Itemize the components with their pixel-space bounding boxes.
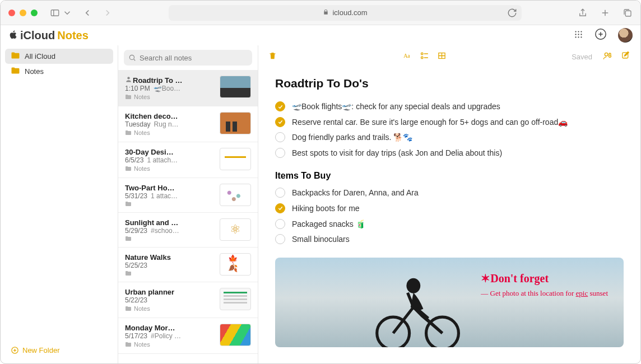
- table-button[interactable]: [437, 51, 447, 63]
- folder-all-icloud[interactable]: All iCloud: [5, 49, 113, 64]
- svg-point-24: [421, 53, 423, 55]
- note-title: Sunlight and …: [125, 218, 178, 227]
- address-bar[interactable]: icloud.com: [169, 5, 522, 21]
- svg-text:Aa: Aa: [403, 53, 410, 59]
- checklist-text: Dog friendly parks and trails. 🐕🐾: [292, 132, 412, 143]
- checkbox-unchecked[interactable]: [275, 148, 285, 158]
- svg-point-7: [580, 31, 582, 32]
- folder-notes[interactable]: Notes: [5, 64, 113, 79]
- note-toolbar: Aa Saved: [258, 45, 640, 68]
- note-row[interactable]: Two-Part Ho…5/31/231 attac…: [118, 178, 258, 213]
- lock-icon: [323, 8, 329, 17]
- tabs-overview-icon[interactable]: [623, 8, 633, 18]
- checklist-item[interactable]: Dog friendly parks and trails. 🐕🐾: [275, 132, 624, 143]
- note-row[interactable]: Roadtrip To …1:10 PM🛫Boo…Notes: [118, 70, 258, 106]
- svg-point-6: [578, 31, 579, 32]
- app-launcher-icon[interactable]: [574, 29, 583, 42]
- checklist-item[interactable]: Small binoculars: [275, 234, 624, 245]
- checklist-items-to-buy: Backpacks for Daren, Anna, and AraHiking…: [275, 188, 624, 245]
- checklist-item[interactable]: Packaged snacks 🧃: [275, 219, 624, 230]
- folder-small-icon: [125, 201, 132, 207]
- search-icon: [128, 54, 136, 62]
- note-title: Roadtrip To …: [133, 76, 183, 85]
- note-snippet: #schoo…: [151, 227, 179, 235]
- checklist-main: 🛫Book flights🛫: check for any special de…: [275, 101, 624, 158]
- note-date: 5/17/23: [125, 332, 147, 340]
- note-thumbnail: [220, 218, 251, 241]
- share-icon[interactable]: [578, 8, 588, 18]
- close-window-button[interactable]: [8, 10, 15, 16]
- folder-label: All iCloud: [25, 52, 55, 60]
- note-row[interactable]: Urban planner5/22/23Notes: [118, 282, 258, 318]
- checkbox-unchecked[interactable]: [275, 132, 285, 142]
- folder-small-icon: [125, 270, 132, 276]
- new-tab-icon[interactable]: [600, 8, 610, 18]
- note-snippet: #Policy …: [151, 332, 181, 340]
- note-snippet: 1 attac…: [151, 192, 178, 200]
- minimize-window-button[interactable]: [20, 10, 26, 16]
- checklist-item[interactable]: Best spots to visit for day trips (ask J…: [275, 148, 624, 159]
- svg-point-32: [609, 55, 611, 57]
- checkbox-unchecked[interactable]: [275, 234, 285, 244]
- note-thumbnail: [220, 148, 251, 170]
- notes-list-column: Roadtrip To …1:10 PM🛫Boo…NotesKitchen de…: [118, 45, 258, 363]
- note-title: Monday Mor…: [125, 324, 175, 332]
- forward-button[interactable]: [103, 8, 113, 18]
- note-thumbnail: [220, 112, 251, 134]
- checklist-text: Backpacks for Daren, Anna, and Ara: [292, 188, 419, 199]
- checklist-item[interactable]: Hiking boots for me: [275, 203, 624, 214]
- new-folder-button[interactable]: New Folder: [5, 340, 113, 360]
- note-row[interactable]: Sunlight and …5/29/23#schoo…: [118, 213, 258, 248]
- search-field[interactable]: [140, 54, 248, 62]
- checklist-text: 🛫Book flights🛫: check for any special de…: [292, 101, 500, 113]
- svg-point-31: [605, 53, 608, 56]
- checkbox-checked[interactable]: [275, 117, 285, 127]
- folder-small-icon: [125, 342, 132, 347]
- refresh-icon[interactable]: [507, 8, 517, 18]
- svg-point-13: [580, 36, 582, 38]
- note-row[interactable]: Monday Mor…5/17/23#Policy …Notes: [118, 318, 258, 354]
- folder-small-icon: [125, 166, 132, 171]
- note-attachment-image[interactable]: ✶Don't forget — Get photo at this locati…: [275, 258, 624, 347]
- sidebar-toggle-icon[interactable]: [50, 8, 60, 18]
- share-collaborate-button[interactable]: [602, 50, 613, 63]
- note-date: 1:10 PM: [125, 85, 150, 92]
- note-date: Tuesday: [125, 120, 151, 128]
- annotation-line1: ✶Don't forget: [481, 271, 608, 286]
- new-note-button[interactable]: [621, 51, 630, 63]
- app-header: iCloud Notes: [1, 25, 640, 45]
- note-row[interactable]: Nature Walks5/25/23: [118, 248, 258, 282]
- checkbox-checked[interactable]: [275, 203, 285, 213]
- brand-notes-text: Notes: [57, 29, 89, 42]
- zoom-window-button[interactable]: [31, 10, 38, 16]
- svg-point-8: [575, 34, 576, 35]
- checklist-item[interactable]: Reserve rental car. Be sure it's large e…: [275, 117, 624, 128]
- handwritten-annotation: ✶Don't forget — Get photo at this locati…: [481, 271, 608, 298]
- checklist-button[interactable]: [420, 51, 429, 63]
- checkbox-unchecked[interactable]: [275, 219, 285, 229]
- note-title: Kitchen deco…: [125, 112, 178, 120]
- note-date: 5/22/23: [125, 296, 147, 304]
- text-style-button[interactable]: Aa: [402, 51, 412, 63]
- search-input[interactable]: [124, 50, 252, 66]
- back-button[interactable]: [82, 8, 92, 18]
- checkbox-unchecked[interactable]: [275, 188, 285, 198]
- note-title: Nature Walks: [125, 253, 171, 262]
- checkbox-checked[interactable]: [275, 101, 285, 111]
- note-row[interactable]: Kitchen deco…TuesdayRug n…Notes: [118, 106, 258, 142]
- note-date: 5/25/23: [125, 262, 147, 269]
- svg-point-36: [406, 278, 420, 293]
- create-button[interactable]: [594, 28, 607, 43]
- delete-note-button[interactable]: [268, 51, 277, 63]
- svg-point-5: [575, 31, 576, 32]
- svg-point-26: [421, 57, 423, 59]
- checklist-item[interactable]: 🛫Book flights🛫: check for any special de…: [275, 101, 624, 113]
- note-row[interactable]: 30-Day Desi…6/5/231 attach…Notes: [118, 142, 258, 178]
- account-avatar[interactable]: [618, 28, 633, 43]
- checklist-text: Small binoculars: [292, 234, 350, 245]
- checklist-item[interactable]: Backpacks for Daren, Anna, and Ara: [275, 188, 624, 199]
- chevron-down-icon[interactable]: [62, 8, 72, 18]
- window-controls: [8, 10, 38, 16]
- note-body[interactable]: Roadtrip To Do's 🛫Book flights🛫: check f…: [258, 68, 640, 363]
- shared-icon: [125, 76, 133, 83]
